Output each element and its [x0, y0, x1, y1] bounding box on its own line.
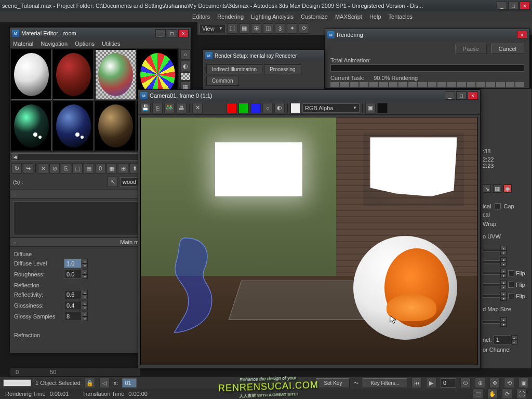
timeline[interactable]: 0 50 [10, 368, 140, 376]
reset-icon[interactable]: ⊘ [49, 163, 60, 174]
channel-dropdown[interactable]: RGB Alpha▼ [302, 103, 360, 113]
overlay-icon[interactable]: ▣ [365, 103, 376, 113]
show-map-icon[interactable]: ▦ [107, 163, 117, 174]
roughness-spinner[interactable]: 0.0▴▾ [64, 270, 88, 279]
spinner[interactable]: ▴▾ [483, 257, 507, 267]
menu-help[interactable]: Help [369, 14, 381, 20]
frame-input[interactable]: 01 [122, 378, 137, 388]
flip-checkbox[interactable] [508, 270, 514, 276]
glossy-samples-spinner[interactable]: 8▴▾ [64, 312, 88, 321]
time-config-icon[interactable]: ⏲ [460, 378, 471, 388]
spinner[interactable]: ▴▾ [483, 280, 507, 289]
material-slot[interactable] [95, 49, 136, 100]
matedit-menu-navigation[interactable]: Navigation [41, 41, 68, 47]
nav-icon[interactable]: ⟳ [502, 389, 512, 399]
cap-checkbox[interactable] [495, 203, 501, 209]
green-channel-icon[interactable] [238, 103, 249, 113]
app-minimize-button[interactable]: _ [497, 2, 507, 10]
matedit-menu-utilities[interactable]: Utilities [102, 41, 120, 47]
save-icon[interactable]: 💾 [140, 103, 151, 113]
blue-channel-icon[interactable] [250, 103, 261, 113]
matedit-minimize-button[interactable]: _ [155, 29, 166, 37]
tool-icon[interactable]: ⟳ [299, 23, 309, 34]
put-library-icon[interactable]: ▤ [84, 163, 94, 174]
pause-button[interactable]: Pause [455, 44, 487, 54]
menu-lighting[interactable]: Lighting Analysis [251, 14, 294, 20]
diffuse-level-spinner[interactable]: 1.0▴▾ [64, 259, 88, 268]
tab-processing[interactable]: Processing [264, 64, 301, 74]
matedit-menu-options[interactable]: Options [75, 41, 95, 47]
menu-editors[interactable]: Editors [192, 14, 210, 20]
lock-icon[interactable]: 🔒 [85, 378, 95, 388]
material-slot[interactable] [95, 101, 136, 151]
key-tangent-icon[interactable]: ⤳ [354, 380, 358, 387]
nav-icon[interactable]: ✥ [489, 378, 500, 388]
tool-icon[interactable]: ▦ [239, 23, 249, 34]
make-copy-icon[interactable]: ⎘ [61, 163, 71, 174]
rendering-close-button[interactable]: × [517, 31, 527, 39]
sample-tool-icon[interactable]: ○ [180, 49, 191, 60]
sample-tool-icon[interactable]: ◐ [180, 61, 191, 71]
material-slot[interactable] [53, 101, 94, 151]
vfb-titlebar[interactable]: M Camera01, frame 0 (1:1) _ □ × [138, 90, 480, 101]
nav-icon[interactable]: ⟲ [504, 378, 514, 388]
reflectivity-spinner[interactable]: 0.6▴▾ [64, 290, 88, 299]
rendering-titlebar[interactable]: M Rendering × [325, 29, 529, 41]
menu-tentacles[interactable]: Tentacles [389, 14, 413, 20]
tool-icon[interactable]: ◫ [263, 23, 273, 34]
sample-tool-icon[interactable] [180, 72, 191, 81]
nav-icon[interactable]: ⊕ [475, 378, 485, 388]
material-slot[interactable] [11, 49, 52, 100]
nav-icon[interactable]: ⬚ [473, 389, 483, 399]
assign-icon[interactable]: ✕ [38, 163, 48, 174]
menu-rendering[interactable]: Rendering [217, 14, 244, 20]
get-material-icon[interactable]: ↻ [11, 163, 22, 174]
put-material-icon[interactable]: ↪ [23, 163, 33, 174]
render-setup-titlebar[interactable]: M Render Setup: mental ray Renderer [203, 50, 324, 61]
flip-checkbox[interactable] [508, 293, 514, 299]
make-unique-icon[interactable]: ⬚ [72, 163, 83, 174]
print-icon[interactable]: 🖶 [176, 103, 187, 113]
effects-icon[interactable]: 0 [95, 163, 105, 174]
tab-indirect[interactable]: Indirect Illumination [206, 64, 262, 74]
frame-field[interactable]: 0 [441, 378, 456, 388]
vfb-maximize-button[interactable]: □ [456, 91, 467, 100]
spinner[interactable]: ▴▾ [483, 269, 507, 278]
clone-icon[interactable]: 👬 [164, 103, 175, 113]
panel-icon[interactable]: ◉ [503, 184, 512, 193]
nav-icon[interactable]: ▣ [518, 378, 529, 388]
swatch-icon[interactable] [290, 103, 301, 113]
matedit-close-button[interactable]: × [178, 29, 189, 37]
panel-icon[interactable]: ▦ [493, 184, 501, 193]
alpha-channel-icon[interactable]: ○ [262, 103, 273, 113]
nav-icon[interactable]: ✋ [487, 389, 498, 399]
prev-key-icon[interactable]: ⏮ [411, 378, 422, 388]
copy-icon[interactable]: ⎘ [152, 103, 163, 113]
material-slot[interactable] [53, 49, 94, 100]
spinner[interactable]: ▴▾ [483, 246, 507, 255]
menu-customize[interactable]: Customize [301, 14, 328, 20]
play-icon[interactable]: ▶ [426, 378, 436, 388]
spinner[interactable]: ▴▾ [483, 291, 507, 301]
material-slot[interactable] [11, 101, 52, 151]
matedit-maximize-button[interactable]: □ [167, 29, 177, 37]
view-dropdown[interactable]: View▼ [200, 24, 225, 33]
material-editor-titlebar[interactable]: M Material Editor - room _ □ × [10, 28, 191, 39]
spinner[interactable]: ▴▾ [483, 317, 507, 327]
tool-icon[interactable]: ✦ [287, 23, 297, 34]
set-key-button[interactable]: Set Key [316, 378, 350, 388]
app-close-button[interactable]: × [520, 2, 530, 10]
panel-icon[interactable]: ↘ [483, 184, 491, 193]
tool-icon[interactable]: 3 [275, 23, 285, 34]
vfb-close-button[interactable]: × [468, 91, 478, 100]
channel-spinner[interactable]: 1▴▾ [494, 335, 517, 344]
vfb-minimize-button[interactable]: _ [445, 91, 455, 100]
show-end-icon[interactable]: ⊞ [118, 163, 128, 174]
swatch[interactable] [3, 379, 31, 387]
menu-maxscript[interactable]: MAXScript [335, 14, 362, 20]
tab-common[interactable]: Common [206, 76, 239, 86]
glossiness-spinner[interactable]: 0.4▴▾ [64, 301, 88, 310]
red-channel-icon[interactable] [227, 103, 237, 113]
tool-icon[interactable]: ⬚ [227, 23, 237, 34]
tri-icon[interactable]: ◁ [99, 378, 110, 388]
